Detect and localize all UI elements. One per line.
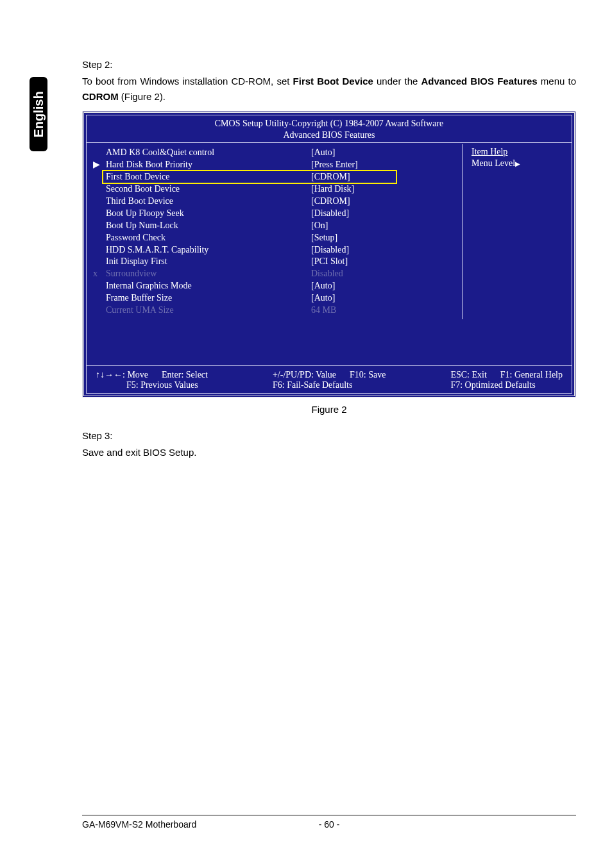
bios-setting-row: First Boot Device[CDROM] <box>93 171 461 183</box>
row-label: Current UMA Size <box>106 305 285 317</box>
row-marker <box>93 232 106 244</box>
row-value: [Disabled] <box>285 208 461 220</box>
row-value: [CDROM] <box>285 196 461 208</box>
row-value: [Hard Disk] <box>285 183 461 196</box>
row-value: [Auto] <box>285 147 461 159</box>
bios-body: AMD K8 Cool&Quiet control[Auto]▶Hard Dis… <box>90 144 568 319</box>
row-value: [CDROM] <box>285 171 461 183</box>
language-tab: English <box>30 77 47 151</box>
bios-setting-row: Frame Buffer Size[Auto] <box>93 292 461 305</box>
bios-setting-row: Third Boot Device[CDROM] <box>93 196 461 208</box>
bios-setting-row: ▶Hard Disk Boot Priority[Press Enter] <box>93 159 461 171</box>
step-3-body: Save and exit BIOS Setup. <box>82 445 576 460</box>
foot-move: ↑↓→←: Move <box>96 370 148 380</box>
row-marker <box>93 171 106 183</box>
page-footer: GA-M69VM-S2 Motherboard - 60 - <box>82 815 576 830</box>
row-label: Frame Buffer Size <box>106 292 285 305</box>
bios-foot-col3: ESC: Exit F1: General Help F7: Optimized… <box>450 370 563 390</box>
foot-help: F1: General Help <box>500 370 563 380</box>
row-marker <box>93 208 106 220</box>
step2-text-3: menu to <box>538 76 576 87</box>
bios-setting-row: Boot Up Num-Lock[On] <box>93 220 461 232</box>
row-value: [Auto] <box>285 280 461 292</box>
row-label: Boot Up Floopy Seek <box>106 208 285 220</box>
row-label: AMD K8 Cool&Quiet control <box>106 147 285 159</box>
bios-settings-list: AMD K8 Cool&Quiet control[Auto]▶Hard Dis… <box>90 144 462 319</box>
row-marker <box>93 196 106 208</box>
step2-bold-2: Advanced BIOS Features <box>421 76 538 87</box>
bios-divider <box>87 142 572 143</box>
help-level-text: Menu Level <box>472 158 515 168</box>
bios-screenshot: CMOS Setup Utility-Copyright (C) 1984-20… <box>82 111 576 397</box>
bios-setting-row: Boot Up Floopy Seek[Disabled] <box>93 208 461 220</box>
footer-left: GA-M69VM-S2 Motherboard <box>82 819 196 830</box>
chevron-right-icon: ▶ <box>515 160 520 167</box>
foot-prev: F5: Previous Values <box>96 380 198 390</box>
row-label: Second Boot Device <box>106 183 285 196</box>
help-level: Menu Level▶ <box>472 158 568 169</box>
row-value: [Setup] <box>285 232 461 244</box>
row-label: Boot Up Num-Lock <box>106 220 285 232</box>
foot-exit: ESC: Exit <box>450 370 486 380</box>
step2-bold-3: CDROM <box>82 91 119 102</box>
row-value: [Auto] <box>285 292 461 305</box>
step2-text-4: (Figure 2). <box>119 91 166 102</box>
bios-setting-row: AMD K8 Cool&Quiet control[Auto] <box>93 147 461 159</box>
bios-footer: ↑↓→←: Move Enter: Select F5: Previous Va… <box>90 367 568 392</box>
bios-inner: CMOS Setup Utility-Copyright (C) 1984-20… <box>86 115 572 394</box>
row-marker <box>93 305 106 317</box>
bios-setting-row: xSurroundviewDisabled <box>93 268 461 280</box>
foot-save: F10: Save <box>350 370 386 380</box>
row-label: HDD S.M.A.R.T. Capability <box>106 244 285 256</box>
row-label: Init Display First <box>106 256 285 268</box>
bios-setting-row: Internal Graphics Mode[Auto] <box>93 280 461 292</box>
step2-text-1: To boot from Windows installation CD-ROM… <box>82 76 293 87</box>
step-3-label: Step 3: <box>82 430 576 441</box>
row-value: Disabled <box>285 268 461 280</box>
row-label: Internal Graphics Mode <box>106 280 285 292</box>
row-marker: x <box>93 268 106 280</box>
footer-page: - 60 - <box>319 819 340 830</box>
step2-bold-1: First Boot Device <box>293 76 373 87</box>
bios-setting-row: Password Check[Setup] <box>93 232 461 244</box>
bios-setting-row: Second Boot Device[Hard Disk] <box>93 183 461 196</box>
row-marker <box>93 292 106 305</box>
bios-spacer <box>90 319 568 364</box>
row-marker: ▶ <box>93 159 106 171</box>
row-value: [Disabled] <box>285 244 461 256</box>
bios-divider-2 <box>87 365 572 366</box>
row-label: Password Check <box>106 232 285 244</box>
step-2-label: Step 2: <box>82 59 576 70</box>
bios-foot-col2: +/-/PU/PD: Value F10: Save F6: Fail-Safe… <box>273 370 386 390</box>
row-label: Third Boot Device <box>106 196 285 208</box>
row-value: [PCI Slot] <box>285 256 461 268</box>
foot-value: +/-/PU/PD: Value <box>273 370 336 380</box>
row-marker <box>93 280 106 292</box>
bios-title: CMOS Setup Utility-Copyright (C) 1984-20… <box>90 118 568 141</box>
step2-text-2: under the <box>373 76 421 87</box>
foot-select: Enter: Select <box>162 370 208 380</box>
row-label: Surroundview <box>106 268 285 280</box>
row-marker <box>93 256 106 268</box>
row-value: [On] <box>285 220 461 232</box>
bios-setting-row: Current UMA Size64 MB <box>93 305 461 317</box>
row-value: 64 MB <box>285 305 461 317</box>
bios-title-line2: Advanced BIOS Features <box>90 129 568 141</box>
bios-title-line1: CMOS Setup Utility-Copyright (C) 1984-20… <box>90 118 568 129</box>
row-label: First Boot Device <box>106 171 285 183</box>
bios-setting-row: Init Display First[PCI Slot] <box>93 256 461 268</box>
page-content: Step 2: To boot from Windows installatio… <box>82 59 576 467</box>
row-label: Hard Disk Boot Priority <box>106 159 285 171</box>
row-marker <box>93 244 106 256</box>
foot-failsafe: F6: Fail-Safe Defaults <box>273 380 352 390</box>
row-marker <box>93 183 106 196</box>
bios-setting-row: HDD S.M.A.R.T. Capability[Disabled] <box>93 244 461 256</box>
step-2-body: To boot from Windows installation CD-ROM… <box>82 74 576 104</box>
language-tab-label: English <box>31 91 46 137</box>
bios-foot-col1: ↑↓→←: Move Enter: Select F5: Previous Va… <box>96 370 208 390</box>
figure-caption: Figure 2 <box>82 404 576 415</box>
row-marker <box>93 147 106 159</box>
help-title: Item Help <box>472 147 568 157</box>
bios-help-panel: Item Help Menu Level▶ <box>462 144 568 319</box>
row-marker <box>93 220 106 232</box>
